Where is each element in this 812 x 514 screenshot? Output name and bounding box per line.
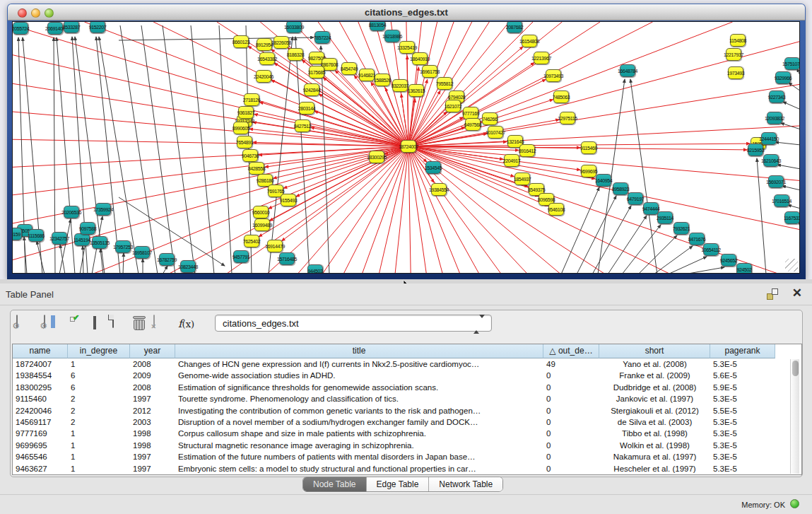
column-header-year[interactable]: year: [130, 344, 175, 358]
graph-node[interactable]: 12444150: [761, 132, 777, 145]
graph-node[interactable]: 9155493: [281, 194, 296, 206]
graph-node[interactable]: 9227343: [769, 90, 784, 103]
table-cell[interactable]: 1: [68, 463, 130, 474]
graph-node[interactable]: 8454749: [341, 62, 357, 75]
graph-node[interactable]: 13325419: [399, 41, 415, 54]
graph-node[interactable]: 15751074: [784, 57, 800, 70]
table-cell[interactable]: Tourette syndrome. Phenomenology and cla…: [175, 393, 543, 404]
graph-node[interactable]: 12213967: [534, 52, 549, 64]
table-cell[interactable]: 9777169: [13, 428, 68, 439]
attribute-table[interactable]: namein_degreeyeartitle△ out_de…shortpage…: [12, 344, 802, 475]
table-cell[interactable]: Yano et al. (2008): [599, 358, 710, 370]
column-header-short[interactable]: short: [599, 344, 710, 358]
table-cell[interactable]: 0: [543, 416, 599, 428]
graph-node[interactable]: 16099489: [254, 218, 270, 231]
graph-node[interactable]: 18300295: [369, 151, 384, 163]
graph-node[interactable]: 16648784: [620, 64, 635, 77]
graph-node[interactable]: 10654112: [703, 243, 719, 256]
graph-node[interactable]: 15716485: [279, 252, 295, 265]
tab-node-table[interactable]: Node Table: [303, 477, 367, 491]
table-cell[interactable]: 22420046: [13, 405, 68, 416]
table-cell[interactable]: 5.3E-5: [710, 428, 775, 439]
table-cell[interactable]: 14569117: [13, 416, 68, 428]
graph-node[interactable]: 13505135: [92, 236, 107, 249]
table-row[interactable]: 977716911998Corpus callosum shape and si…: [13, 428, 801, 439]
graph-node[interactable]: 9245652: [721, 254, 736, 267]
graph-node[interactable]: 924502: [736, 263, 752, 274]
tab-network-table[interactable]: Network Table: [429, 477, 502, 491]
graph-node[interactable]: 16210643: [763, 154, 779, 167]
graph-node[interactable]: 9329966: [775, 71, 791, 84]
table-cell[interactable]: 1: [68, 428, 130, 439]
table-cell[interactable]: 9115460: [13, 393, 68, 404]
graph-node[interactable]: 2087682: [507, 21, 522, 33]
table-cell[interactable]: 0: [543, 451, 599, 462]
graph-node[interactable]: 7485063: [553, 90, 569, 103]
table-cell[interactable]: Genome-wide association studies in ADHD.: [175, 370, 543, 381]
table-cell[interactable]: 1997: [130, 393, 175, 404]
close-panel-icon[interactable]: ✕: [792, 286, 802, 300]
table-cell[interactable]: Structural magnetic resonance image aver…: [175, 440, 543, 451]
graph-node[interactable]: 16961758: [422, 65, 437, 78]
table-cell[interactable]: 6: [68, 370, 130, 381]
table-selector-dropdown[interactable]: citations_edges.txt: [215, 315, 492, 332]
table-cell[interactable]: Disruption of a novel member of a sodium…: [175, 416, 543, 428]
graph-node[interactable]: 7955812: [437, 77, 452, 90]
graph-node[interactable]: 1154808: [730, 34, 746, 47]
table-cell[interactable]: 5.5E-5: [710, 405, 775, 416]
graph-node[interactable]: 16154808: [522, 35, 537, 47]
table-cell[interactable]: 2: [68, 393, 130, 404]
graph-node[interactable]: 6497568: [465, 118, 481, 131]
table-cell[interactable]: Changes of HCN gene expression and I(f) …: [175, 358, 543, 370]
graph-node[interactable]: 7857224: [314, 31, 330, 44]
table-row[interactable]: 969969511998Structural magnetic resonanc…: [13, 440, 801, 451]
resize-grip-icon[interactable]: [785, 259, 798, 271]
graph-node[interactable]: 1145194: [74, 233, 90, 246]
table-cell[interactable]: 5.6E-5: [710, 370, 775, 381]
table-row[interactable]: 1938455462009Genome-wide association stu…: [13, 370, 801, 381]
graph-node[interactable]: 2803144: [299, 102, 314, 115]
graph-node[interactable]: 1588520: [375, 74, 390, 86]
table-cell[interactable]: Tibbo et al. (1998): [599, 428, 710, 439]
graph-node[interactable]: 8215953: [748, 144, 763, 156]
table-row[interactable]: 946554611997Estimation of the future num…: [13, 451, 801, 462]
table-cell[interactable]: 49: [543, 358, 599, 370]
graph-node[interactable]: 16958107: [134, 246, 150, 259]
graph-node[interactable]: 17957253: [115, 240, 131, 253]
graph-node[interactable]: 1167533: [784, 211, 800, 224]
table-cell[interactable]: 6: [68, 382, 130, 393]
graph-node[interactable]: 8186328: [288, 48, 303, 61]
table-cell[interactable]: Embryonic stem cells: a model to study s…: [175, 463, 543, 474]
table-settings-icon[interactable]: ⚙: [16, 315, 18, 328]
graph-node[interactable]: 20691406: [47, 22, 63, 35]
table-cell[interactable]: de Silva et al. (2003): [599, 416, 710, 428]
graph-node[interactable]: 18724007: [401, 140, 416, 153]
graph-node[interactable]: 8660123: [233, 35, 249, 48]
graph-node[interactable]: 16914479: [267, 240, 283, 252]
graph-node[interactable]: 2204917: [504, 154, 519, 167]
float-panel-icon[interactable]: [767, 288, 778, 300]
graph-node[interactable]: 18226058: [273, 36, 289, 49]
graph-node[interactable]: 2718126: [244, 93, 259, 106]
table-body[interactable]: 1872400712008Changes of HCN gene express…: [13, 358, 801, 474]
function-builder-icon[interactable]: f(x): [178, 317, 194, 330]
table-cell[interactable]: 9465546: [13, 451, 68, 462]
table-cell[interactable]: Jankovic et al. (1997): [599, 393, 710, 404]
graph-node[interactable]: 9361827: [238, 106, 254, 119]
graph-node[interactable]: 6479197: [628, 192, 643, 205]
graph-node[interactable]: 8912954: [257, 38, 272, 51]
table-row[interactable]: 911546021997Tourette syndrome. Phenomeno…: [13, 393, 801, 404]
graph-node[interactable]: 1362615: [408, 84, 424, 97]
graph-node[interactable]: 9546108: [548, 203, 564, 216]
table-row[interactable]: 2242004622012Investigating the contribut…: [13, 405, 801, 416]
table-cell[interactable]: Wolkin et al. (1998): [599, 440, 710, 451]
graph-node[interactable]: 8427512: [295, 119, 310, 132]
show-columns-icon[interactable]: ⚙: [44, 315, 45, 328]
table-cell[interactable]: 5.3E-5: [710, 358, 775, 370]
table-cell[interactable]: 1997: [130, 463, 175, 474]
graph-node[interactable]: 17359924: [95, 203, 111, 216]
table-cell[interactable]: 1998: [130, 428, 175, 439]
graph-node[interactable]: 8916412: [519, 144, 535, 157]
graph-node[interactable]: 12342757: [52, 232, 67, 245]
graph-node[interactable]: 2935114: [657, 211, 673, 224]
